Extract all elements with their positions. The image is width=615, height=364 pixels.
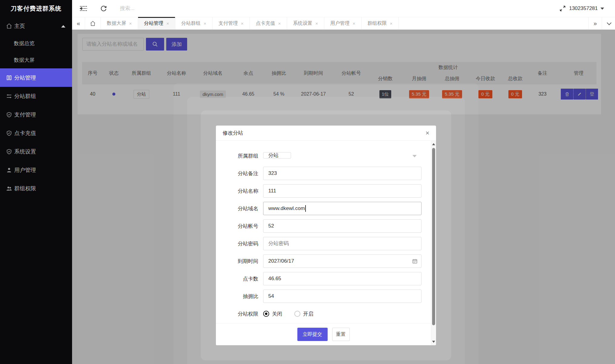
close-icon[interactable]: × <box>204 21 207 26</box>
tab-label: 用户管理 <box>330 20 350 27</box>
tab-label: 分站管理 <box>144 20 164 27</box>
field-label: 点卡数 <box>216 275 258 282</box>
points-field[interactable] <box>263 272 422 285</box>
sidebar-item-site-group[interactable]: 分站群组 <box>0 87 72 105</box>
shield-check-icon <box>6 112 12 118</box>
field-label: 分站名称 <box>216 188 258 195</box>
sidebar-item-data-screen[interactable]: 数据大屏 <box>0 52 72 68</box>
field-label: 分站域名 <box>216 205 258 212</box>
tab-user-management[interactable]: 用户管理 × <box>324 17 362 29</box>
modal-footer: 立即提交 重置 <box>216 323 431 345</box>
radio-label[interactable]: 开启 <box>303 310 313 317</box>
close-icon[interactable]: × <box>278 21 281 26</box>
sliders-icon <box>6 93 12 99</box>
tab-label: 支付管理 <box>219 20 238 27</box>
site-name-field[interactable] <box>263 184 422 198</box>
sidebar-item-home[interactable]: 主页 <box>0 17 72 35</box>
field-label: 分站权限 <box>216 310 258 317</box>
sidebar-item-label: 分站管理 <box>0 74 36 81</box>
chevron-down-icon <box>607 20 612 25</box>
close-icon[interactable]: × <box>390 21 393 26</box>
global-search-input[interactable] <box>120 4 199 13</box>
field-label: 分站密码 <box>216 240 258 247</box>
shield-check-icon <box>6 149 12 155</box>
close-icon[interactable]: × <box>129 21 132 26</box>
modal-scrollbar[interactable] <box>431 141 436 345</box>
form-row-permission: 分站权限 关闭 开启 <box>216 307 436 320</box>
edit-site-modal: 修改分站 × 所属群组 分站 分站备注 分站名称 分站域名 <box>216 126 436 345</box>
topbar: 1302357281 <box>72 0 615 17</box>
close-icon[interactable]: × <box>353 21 355 26</box>
fullscreen-icon[interactable] <box>559 5 566 12</box>
commission-field[interactable] <box>263 290 422 303</box>
app-title: 刀客付费进群系统 <box>0 0 72 17</box>
modal-header: 修改分站 × <box>216 126 436 141</box>
close-icon[interactable]: × <box>316 21 318 26</box>
tab-payment-management[interactable]: 支付管理 × <box>213 17 250 29</box>
user-id: 1302357281 <box>569 5 598 11</box>
close-icon[interactable]: × <box>241 21 244 26</box>
sidebar-item-label: 用户管理 <box>0 166 36 174</box>
home-icon <box>6 23 12 29</box>
tab-label: 点卡充值 <box>256 20 275 27</box>
sidebar-item-data-overview[interactable]: 数据总览 <box>0 35 72 52</box>
tab-label: 数据大屏 <box>107 20 126 27</box>
site-account-field[interactable] <box>263 219 422 233</box>
tab-group-permission[interactable]: 群组权限 × <box>362 17 399 29</box>
field-label: 到期时间 <box>216 258 258 265</box>
sidebar-item-payment-management[interactable]: 支付管理 <box>0 105 72 124</box>
form-row-points: 点卡数 <box>216 272 436 285</box>
sidebar-item-site-management[interactable]: 分站管理 <box>0 68 72 87</box>
field-label: 分站备注 <box>216 170 258 177</box>
form-row-group: 所属群组 分站 <box>216 149 436 162</box>
submit-button[interactable]: 立即提交 <box>297 328 328 341</box>
tab-data-screen[interactable]: 数据大屏 × <box>101 17 138 29</box>
site-remark-field[interactable] <box>263 167 422 180</box>
sidebar-item-label: 点卡充值 <box>0 130 36 137</box>
expire-date-field[interactable] <box>263 254 422 268</box>
shield-check-icon <box>6 130 12 136</box>
collapse-menu-icon[interactable] <box>79 5 88 12</box>
site-domain-field[interactable] <box>263 202 422 215</box>
field-label: 分站帐号 <box>216 223 258 230</box>
group-select[interactable]: 分站 <box>263 152 291 159</box>
close-icon[interactable]: × <box>425 130 429 136</box>
caret-down-icon <box>412 155 417 157</box>
radio-off-selected[interactable] <box>263 311 269 317</box>
form-row-password: 分站密码 <box>216 237 436 250</box>
scroll-up-icon[interactable] <box>432 143 435 145</box>
sidebar-item-label: 数据总览 <box>0 40 35 47</box>
form-row-account: 分站帐号 <box>216 219 436 233</box>
tab-home[interactable] <box>85 17 101 29</box>
close-icon[interactable]: × <box>167 21 169 26</box>
tab-site-group[interactable]: 分站群组 × <box>175 17 213 29</box>
tabbar-right-controls: » <box>588 17 615 29</box>
refresh-icon[interactable] <box>100 5 107 12</box>
scrollbar-thumb[interactable] <box>432 148 435 325</box>
form-row-domain: 分站域名 <box>216 202 436 215</box>
sidebar-item-card-recharge[interactable]: 点卡充值 <box>0 124 72 142</box>
caret-down-icon <box>600 8 604 10</box>
tab-system-settings[interactable]: 系统设置 × <box>287 17 324 29</box>
user-menu[interactable]: 1302357281 <box>569 0 604 17</box>
sidebar-item-group-permission[interactable]: 群组权限 <box>0 179 72 198</box>
tab-site-management[interactable]: 分站管理 × <box>138 17 175 29</box>
sidebar-item-system-settings[interactable]: 系统设置 <box>0 142 72 161</box>
radio-label[interactable]: 关闭 <box>272 310 282 317</box>
radio-on-unselected[interactable] <box>294 311 300 317</box>
calendar-icon[interactable] <box>412 258 418 264</box>
tabs-scroll-left-button[interactable]: « <box>72 17 85 29</box>
form-row-remark: 分站备注 <box>216 167 436 180</box>
sidebar-item-user-management[interactable]: 用户管理 <box>0 161 72 179</box>
site-password-field[interactable] <box>263 237 422 250</box>
tabs-menu-button[interactable] <box>602 17 615 29</box>
sidebar-item-label: 支付管理 <box>0 111 36 118</box>
scroll-down-icon[interactable] <box>432 341 435 343</box>
tabs-scroll-right-button[interactable]: » <box>588 17 602 29</box>
app-root: 刀客付费进群系统 主页 数据总览 数据大屏 分站管理 分站群组 <box>0 0 615 364</box>
book-icon <box>6 75 12 81</box>
modal-title: 修改分站 <box>223 130 243 136</box>
sidebar-item-label: 主页 <box>0 22 25 30</box>
reset-button[interactable]: 重置 <box>332 328 350 341</box>
tab-card-recharge[interactable]: 点卡充值 × <box>250 17 287 29</box>
